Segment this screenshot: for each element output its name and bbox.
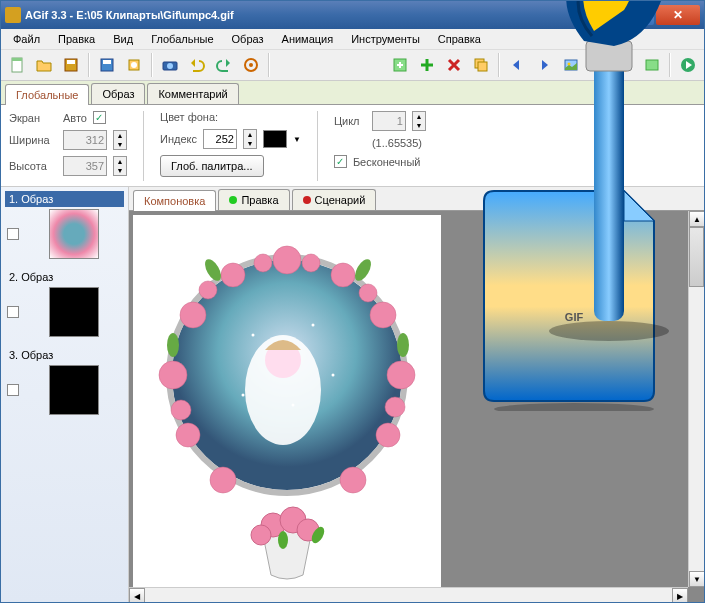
- svg-point-58: [242, 394, 245, 397]
- bgcolor-label: Цвет фона:: [160, 111, 218, 123]
- scroll-thumb[interactable]: [689, 227, 704, 287]
- menu-edit[interactable]: Правка: [50, 31, 103, 47]
- svg-rect-18: [598, 59, 604, 65]
- menu-tools[interactable]: Инструменты: [343, 31, 428, 47]
- frame-item-1[interactable]: 1. Образ: [3, 189, 126, 263]
- svg-rect-17: [592, 59, 598, 65]
- maximize-button[interactable]: ☐: [626, 5, 654, 25]
- svg-point-56: [312, 324, 315, 327]
- frame-item-2[interactable]: 2. Образ: [3, 267, 126, 341]
- tab-layout[interactable]: Компоновка: [133, 190, 216, 211]
- frame-checkbox[interactable]: [7, 306, 19, 318]
- index-spinner[interactable]: ▲▼: [243, 129, 257, 149]
- height-input[interactable]: [63, 156, 107, 176]
- menu-bar: Файл Правка Вид Глобальные Образ Анимаци…: [1, 29, 704, 49]
- swatch-dropdown-icon[interactable]: ▼: [293, 135, 301, 144]
- palette-tool-icon[interactable]: [586, 53, 610, 77]
- move-right-icon[interactable]: [532, 53, 556, 77]
- scroll-up-icon[interactable]: ▲: [689, 211, 704, 227]
- svg-point-34: [387, 361, 415, 389]
- editor-tabs: Компоновка Правка Сценарий: [129, 187, 704, 211]
- index-input[interactable]: [203, 129, 237, 149]
- loop-spinner[interactable]: ▲▼: [412, 111, 426, 131]
- width-label: Ширина: [9, 134, 57, 146]
- save-all-icon[interactable]: [95, 53, 119, 77]
- auto-checkbox[interactable]: ✓: [93, 111, 106, 124]
- svg-point-30: [176, 423, 200, 447]
- add-frame-icon[interactable]: [388, 53, 412, 77]
- dot-icon: [229, 196, 237, 204]
- height-label: Высота: [9, 160, 57, 172]
- frame-item-3[interactable]: 3. Образ: [3, 345, 126, 419]
- redo-icon[interactable]: [212, 53, 236, 77]
- svg-point-38: [359, 284, 377, 302]
- infinite-checkbox[interactable]: ✓: [334, 155, 347, 168]
- tab-script[interactable]: Сценарий: [292, 189, 377, 210]
- undo-icon[interactable]: [185, 53, 209, 77]
- image-tool-icon[interactable]: [559, 53, 583, 77]
- horizontal-scrollbar[interactable]: ◀ ▶: [129, 587, 688, 603]
- preview-icon[interactable]: [239, 53, 263, 77]
- frame-label: 2. Образ: [5, 269, 124, 285]
- canvas-content: [133, 215, 441, 595]
- frame-checkbox[interactable]: [7, 384, 19, 396]
- close-button[interactable]: ✕: [656, 5, 700, 25]
- menu-animation[interactable]: Анимация: [274, 31, 342, 47]
- width-input[interactable]: [63, 130, 107, 150]
- window-title: AGif 3.3 - E:\05 Клипарты\Gif\umpc4.gif: [25, 9, 596, 21]
- menu-image[interactable]: Образ: [224, 31, 272, 47]
- scroll-down-icon[interactable]: ▼: [689, 571, 704, 587]
- window-buttons: ─ ☐ ✕: [596, 5, 700, 25]
- menu-view[interactable]: Вид: [105, 31, 141, 47]
- tab-comment[interactable]: Комментарий: [147, 83, 238, 104]
- frame-thumbnail: [49, 209, 99, 259]
- scroll-left-icon[interactable]: ◀: [129, 588, 145, 603]
- canvas-area[interactable]: ▲ ▼ ◀ ▶: [129, 211, 704, 603]
- svg-point-31: [210, 467, 236, 493]
- frame-list[interactable]: 1. Образ 2. Образ 3. Образ: [1, 187, 129, 603]
- menu-help[interactable]: Справка: [430, 31, 489, 47]
- vertical-scrollbar[interactable]: ▲ ▼: [688, 211, 704, 587]
- svg-point-39: [171, 400, 191, 420]
- svg-point-45: [167, 333, 179, 357]
- frame-checkbox[interactable]: [7, 228, 19, 240]
- svg-rect-3: [67, 60, 75, 64]
- tab-globals[interactable]: Глобальные: [5, 84, 89, 105]
- new-file-icon[interactable]: [5, 53, 29, 77]
- svg-point-11: [249, 63, 253, 67]
- svg-point-27: [221, 263, 245, 287]
- svg-point-41: [254, 254, 272, 272]
- duplicate-icon[interactable]: [469, 53, 493, 77]
- tab-edit[interactable]: Правка: [218, 189, 289, 210]
- move-left-icon[interactable]: [505, 53, 529, 77]
- canvas[interactable]: [133, 215, 441, 595]
- remove-icon[interactable]: [442, 53, 466, 77]
- export-icon[interactable]: [122, 53, 146, 77]
- menu-file[interactable]: Файл: [5, 31, 48, 47]
- svg-rect-22: [646, 60, 658, 70]
- camera-icon[interactable]: [158, 53, 182, 77]
- bgcolor-swatch[interactable]: [263, 130, 287, 148]
- minimize-button[interactable]: ─: [596, 5, 624, 25]
- tab-image[interactable]: Образ: [91, 83, 145, 104]
- loop-input[interactable]: [372, 111, 406, 131]
- scroll-right-icon[interactable]: ▶: [672, 588, 688, 603]
- svg-point-33: [370, 302, 396, 328]
- svg-point-40: [385, 397, 405, 417]
- width-spinner[interactable]: ▲▼: [113, 130, 127, 150]
- height-spinner[interactable]: ▲▼: [113, 156, 127, 176]
- frame-label: 1. Образ: [5, 191, 124, 207]
- menu-globals[interactable]: Глобальные: [143, 31, 221, 47]
- main-area: 1. Образ 2. Образ 3. Образ Компоновка Пр: [1, 187, 704, 603]
- svg-point-42: [302, 254, 320, 272]
- frame-label: 3. Образ: [5, 347, 124, 363]
- screen-label: Экран: [9, 112, 57, 124]
- settings-tool-icon[interactable]: [640, 53, 664, 77]
- save-icon[interactable]: [59, 53, 83, 77]
- open-file-icon[interactable]: [32, 53, 56, 77]
- add-icon[interactable]: [415, 53, 439, 77]
- play-icon[interactable]: [676, 53, 700, 77]
- effects-icon[interactable]: [613, 53, 637, 77]
- global-palette-button[interactable]: Глоб. палитра...: [160, 155, 264, 177]
- svg-point-7: [131, 62, 137, 68]
